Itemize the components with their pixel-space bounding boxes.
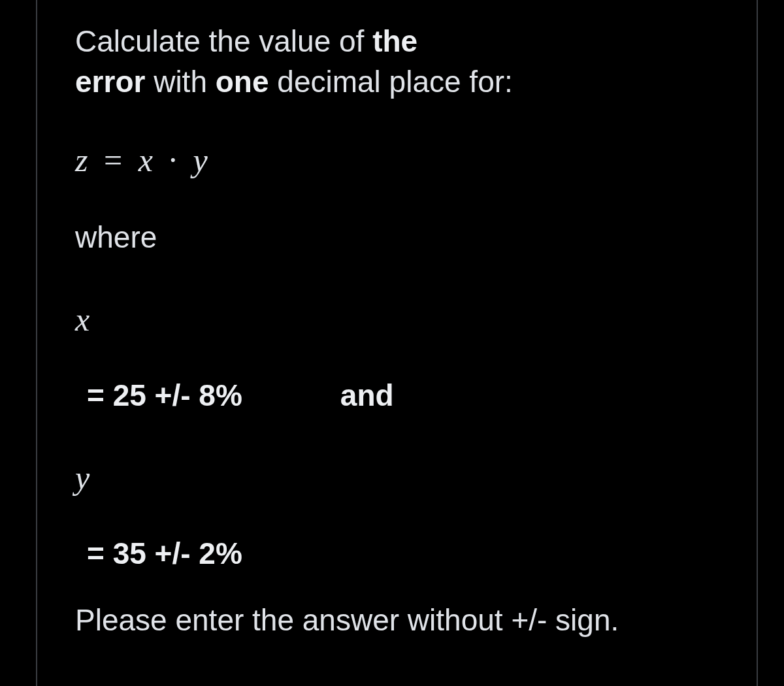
prompt-bold-error: error [75,65,145,99]
prompt-bold-the: the [372,24,417,58]
prompt-line-2: error with one decimal place for: [75,61,728,102]
dot-operator: · [169,142,178,178]
prompt-line-1: Calculate the value of the [75,21,728,61]
variable-x: x [75,301,728,338]
var-z: z [75,142,89,178]
var-x: x [139,142,154,178]
prompt-bold-one: one [216,65,269,99]
prompt-text: with [145,65,215,99]
variable-y: y [75,459,728,497]
y-value-row: = 35 +/- 2% [75,536,728,571]
equals-sign: = [104,142,123,178]
y-value: = 35 +/- 2% [87,536,242,571]
question-content: Calculate the value of the error with on… [75,21,728,638]
x-value-row: = 25 +/- 8% and [75,378,728,413]
var-y: y [193,142,208,178]
prompt-text: decimal place for: [269,65,513,99]
prompt-text: Calculate the value of [75,24,372,58]
and-label: and [340,378,394,413]
instruction-note: Please enter the answer without +/- sign… [75,602,728,638]
where-label: where [75,220,728,255]
equation-line: z = x · y [75,141,728,179]
x-value: = 25 +/- 8% [87,378,242,413]
